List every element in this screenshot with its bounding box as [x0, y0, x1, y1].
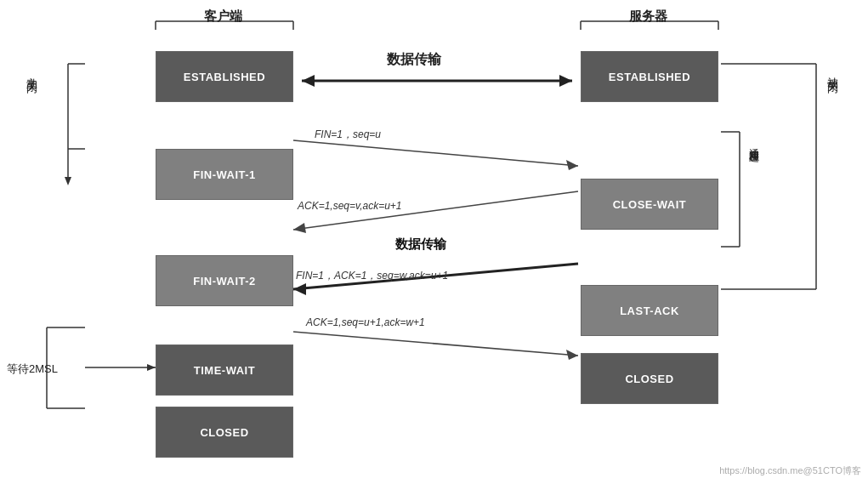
msg2-label: ACK=1,seq=v,ack=u+1 — [298, 200, 402, 212]
svg-marker-28 — [293, 223, 306, 233]
svg-marker-30 — [293, 283, 306, 295]
msg4-label: ACK=1,seq=u+1,ack=w+1 — [306, 316, 425, 328]
server-close-wait-box: CLOSE-WAIT — [581, 179, 718, 230]
server-last-ack-box: LAST-ACK — [581, 285, 718, 336]
data-transfer-mid-label: 数据传输 — [395, 236, 446, 253]
notify-label: 通知应用进程 — [746, 140, 761, 145]
server-established-box: ESTABLISHED — [581, 51, 718, 102]
passive-close-label: 被动关闭 — [825, 68, 840, 75]
svg-marker-13 — [65, 177, 71, 185]
client-header-label: 客户端 — [204, 9, 242, 25]
active-close-label: 主动关闭 — [24, 68, 39, 75]
tcp-diagram: 客户端 服务器 主动关闭 被动关闭 通知应用进程 等待2MSL 数据传输 FIN… — [0, 0, 868, 484]
client-closed-box: CLOSED — [156, 407, 293, 458]
msg1-label: FIN=1，seq=u — [315, 128, 381, 142]
wait2msl-label: 等待2MSL — [7, 362, 58, 377]
svg-line-31 — [293, 332, 578, 356]
client-fin-wait-2-box: FIN-WAIT-2 — [156, 255, 293, 306]
server-header-label: 服务器 — [629, 9, 667, 25]
svg-marker-24 — [559, 75, 572, 87]
svg-marker-32 — [566, 350, 578, 360]
client-time-wait-box: TIME-WAIT — [156, 344, 293, 396]
svg-marker-23 — [302, 75, 315, 87]
client-fin-wait-1-box: FIN-WAIT-1 — [156, 149, 293, 200]
svg-marker-26 — [566, 160, 578, 170]
svg-marker-21 — [147, 364, 156, 371]
client-established-box: ESTABLISHED — [156, 51, 293, 102]
data-transfer-top-label: 数据传输 — [387, 51, 441, 69]
msg3-label: FIN=1，ACK=1，seq=w,ack=u+1 — [296, 269, 448, 283]
watermark: https://blog.csdn.me@51CTO博客 — [719, 464, 861, 477]
svg-line-25 — [293, 140, 578, 166]
server-closed-box: CLOSED — [581, 353, 718, 404]
